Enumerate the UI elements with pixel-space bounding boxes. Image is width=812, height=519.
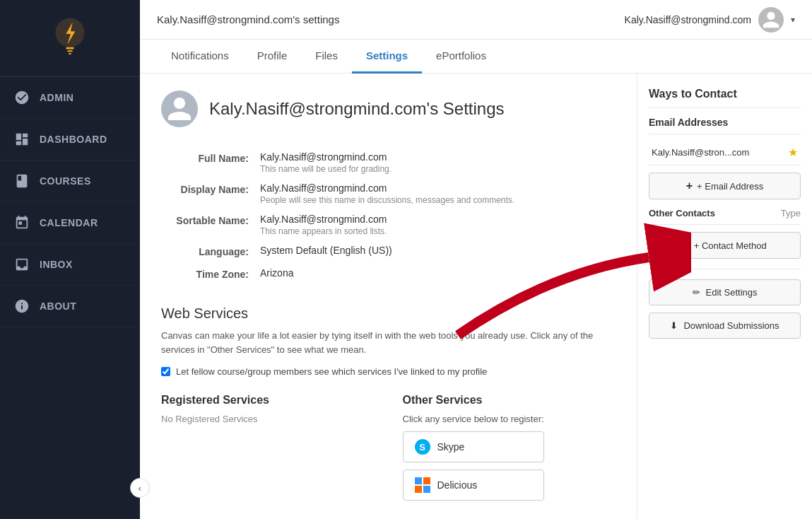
- svg-rect-4: [69, 53, 71, 54]
- topbar-right: Kaly.Nasiff@strongmind.com ▾: [625, 7, 795, 33]
- settings-form-area: Kaly.Nasiff@strongmind.com's Settings Fu…: [140, 74, 637, 519]
- inbox-icon: [14, 257, 30, 272]
- user-menu-chevron[interactable]: ▾: [791, 15, 795, 25]
- other-services-col: Other Services Click any service below t…: [403, 394, 616, 508]
- skype-service-button[interactable]: S Skype: [403, 431, 544, 462]
- skype-icon: S: [415, 439, 430, 455]
- sidebar: ADMIN DASHBOARD COURSES CALENDAR: [0, 0, 140, 519]
- chevron-left-icon: ‹: [139, 483, 141, 494]
- sidebar-item-courses-label: COURSES: [40, 175, 91, 187]
- tab-settings[interactable]: Settings: [352, 40, 422, 74]
- sidebar-item-about-label: ABOUT: [40, 301, 76, 312]
- divider: [649, 269, 801, 269]
- registered-services-col: Registered Services No Registered Servic…: [161, 394, 375, 508]
- logo-icon: [49, 14, 91, 64]
- svg-rect-3: [67, 50, 72, 52]
- ways-to-contact-title: Ways to Contact: [649, 88, 801, 108]
- skype-label: Skype: [437, 441, 465, 453]
- timezone-value: Arizona: [260, 267, 616, 279]
- web-services-desc: Canvas can make your life a lot easier b…: [161, 329, 616, 356]
- page-title: Kaly.Nasiff@strongmind.com's Settings: [209, 99, 505, 119]
- edit-settings-button[interactable]: ✏ Edit Settings: [649, 279, 801, 305]
- full-name-value: Kaly.Nasiff@strongmind.com: [260, 151, 616, 163]
- edit-settings-icon: ✏: [693, 287, 700, 298]
- timezone-value-wrap: Arizona: [260, 263, 616, 286]
- display-name-hint: People will see this name in discussions…: [260, 195, 616, 205]
- services-checkbox-label[interactable]: Let fellow course/group members see whic…: [176, 366, 487, 377]
- user-avatar: [161, 91, 198, 127]
- download-icon: ⬇: [670, 320, 678, 331]
- display-name-value: Kaly.Nasiff@strongmind.com: [260, 182, 616, 194]
- sidebar-item-dashboard[interactable]: DASHBOARD: [0, 119, 140, 161]
- other-contacts-row: Other Contacts Type: [649, 208, 801, 225]
- edit-settings-label: Edit Settings: [706, 287, 758, 298]
- display-name-label: Display Name:: [161, 178, 260, 201]
- other-services-title: Other Services: [403, 394, 616, 407]
- language-label: Language:: [161, 240, 260, 263]
- email-addresses-header: Email Addresses: [649, 117, 801, 134]
- page-title-row: Kaly.Nasiff@strongmind.com's Settings: [161, 91, 616, 127]
- plus-email-icon: +: [686, 180, 693, 192]
- sidebar-item-inbox[interactable]: INBOX: [0, 244, 140, 286]
- avatar-icon: [761, 10, 781, 30]
- add-contact-method-button[interactable]: + + Contact Method: [649, 232, 801, 259]
- right-panel: Ways to Contact Email Addresses Kaly.Nas…: [637, 74, 812, 519]
- sidebar-item-admin[interactable]: ADMIN: [0, 77, 140, 119]
- svg-rect-6: [423, 477, 430, 484]
- add-email-button[interactable]: + + Email Address: [649, 173, 801, 199]
- svg-rect-8: [423, 486, 430, 493]
- other-contacts-label: Other Contacts: [649, 208, 715, 218]
- full-name-label: Full Name:: [161, 147, 260, 170]
- sidebar-item-about[interactable]: ABOUT: [0, 286, 140, 327]
- svg-rect-2: [66, 47, 73, 49]
- fields-table: Full Name: Kaly.Nasiff@strongmind.com Th…: [161, 147, 616, 286]
- main-content: Kaly.Nasiff@strongmind.com's settings Ka…: [140, 0, 812, 519]
- calendar-icon: [14, 215, 30, 231]
- avatar: [758, 7, 784, 33]
- sortable-name-label: Sortable Name:: [161, 209, 260, 232]
- email-item-text: Kaly.Nasiff@stron...com: [652, 147, 749, 158]
- sidebar-item-dashboard-label: DASHBOARD: [40, 134, 107, 145]
- other-services-subtitle: Click any service below to register:: [403, 414, 616, 424]
- timezone-label: Time Zone:: [161, 263, 260, 286]
- tab-eportfolios[interactable]: ePortfolios: [422, 40, 500, 74]
- topbar-title: Kaly.Nasiff@strongmind.com's settings: [157, 13, 339, 25]
- about-icon: [14, 298, 30, 314]
- add-contact-label: + Contact Method: [694, 240, 767, 251]
- download-submissions-button[interactable]: ⬇ Download Submissions: [649, 313, 801, 339]
- tabs-bar: Notifications Profile Files Settings ePo…: [140, 40, 812, 74]
- tab-notifications[interactable]: Notifications: [157, 40, 243, 74]
- svg-rect-7: [415, 486, 422, 493]
- sortable-name-value: Kaly.Nasiff@strongmind.com: [260, 214, 616, 225]
- sidebar-item-admin-label: ADMIN: [40, 92, 73, 103]
- add-email-label: + Email Address: [697, 181, 763, 192]
- language-value: System Default (English (US)): [260, 245, 616, 256]
- topbar-user-email: Kaly.Nasiff@strongmind.com: [625, 14, 751, 25]
- type-column-label: Type: [781, 208, 801, 218]
- sidebar-item-calendar[interactable]: CALENDAR: [0, 202, 140, 244]
- user-avatar-icon: [165, 95, 194, 123]
- web-services-title: Web Services: [161, 305, 616, 322]
- download-submissions-label: Download Submissions: [683, 320, 779, 331]
- tab-files[interactable]: Files: [301, 40, 352, 74]
- sidebar-collapse-button[interactable]: ‹: [130, 478, 150, 498]
- registered-services-title: Registered Services: [161, 394, 375, 407]
- delicious-label: Delicious: [437, 479, 478, 491]
- delicious-icon: [415, 477, 430, 493]
- language-value-wrap: System Default (English (US)): [260, 240, 616, 263]
- no-registered-services: No Registered Services: [161, 414, 375, 424]
- dashboard-icon: [14, 132, 30, 147]
- content-wrapper: Kaly.Nasiff@strongmind.com's Settings Fu…: [140, 74, 812, 519]
- logo-container: [0, 0, 140, 77]
- delicious-service-button[interactable]: Delicious: [403, 470, 544, 501]
- display-name-value-wrap: Kaly.Nasiff@strongmind.com People will s…: [260, 178, 616, 209]
- courses-icon: [14, 173, 30, 189]
- services-checkbox[interactable]: [161, 367, 170, 376]
- admin-icon: [14, 90, 30, 105]
- sidebar-item-courses[interactable]: COURSES: [0, 161, 140, 202]
- email-item: Kaly.Nasiff@stron...com ★: [649, 140, 801, 165]
- full-name-hint: This name will be used for grading.: [260, 164, 616, 174]
- tab-profile[interactable]: Profile: [243, 40, 302, 74]
- services-grid: Registered Services No Registered Servic…: [161, 394, 616, 508]
- starred-email-icon: ★: [788, 146, 798, 159]
